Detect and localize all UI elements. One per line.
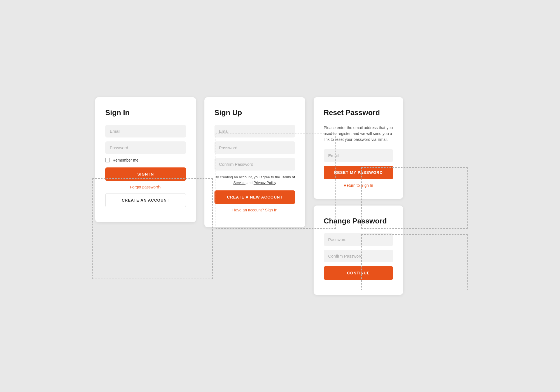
forgot-password-link[interactable]: Forgot password? (105, 185, 186, 189)
change-password-card: Change Password CONTINUE (314, 206, 403, 295)
signup-password-input[interactable] (214, 141, 295, 154)
have-account-text: Have an account? Sign In (214, 208, 295, 212)
reset-signin-link[interactable]: Sign In (361, 183, 373, 188)
terms-text: By creating an account, you agree to the… (214, 174, 295, 185)
signup-card: Sign Up By creating an account, you agre… (204, 97, 305, 227)
signin-panel: Sign In Remember me SIGN IN Forgot passw… (95, 97, 196, 222)
reset-password-button[interactable]: RESET MY PASSWORD (324, 166, 393, 179)
signup-email-input[interactable] (214, 125, 295, 137)
signin-title: Sign In (105, 108, 186, 117)
signup-panel: Sign Up By creating an account, you agre… (204, 97, 305, 227)
change-password-input[interactable] (324, 233, 393, 246)
signin-email-input[interactable] (105, 125, 186, 137)
reset-password-card: Reset Password Please enter the email ad… (314, 97, 403, 199)
remember-me-container: Remember me (105, 158, 186, 162)
continue-button[interactable]: CONTINUE (324, 266, 393, 280)
right-column: Reset Password Please enter the email ad… (314, 97, 403, 295)
reset-password-title: Reset Password (324, 108, 393, 117)
change-password-title: Change Password (324, 217, 393, 225)
remember-me-checkbox[interactable] (105, 158, 110, 162)
signin-button[interactable]: SIGN IN (105, 167, 186, 181)
signup-confirm-password-input[interactable] (214, 158, 295, 171)
reset-password-description: Please enter the email address that you … (324, 125, 393, 143)
return-to-signin-link[interactable]: Return to Sign In (324, 183, 393, 188)
change-confirm-password-input[interactable] (324, 250, 393, 262)
create-account-button[interactable]: CREATE AN ACCOUNT (105, 193, 186, 207)
signup-title: Sign Up (214, 108, 295, 117)
create-new-account-button[interactable]: CREATE A NEW ACCOUNT (214, 190, 295, 204)
signin-password-input[interactable] (105, 141, 186, 154)
remember-me-label[interactable]: Remember me (113, 158, 139, 162)
privacy-policy-link[interactable]: Privacy Policy (254, 181, 276, 185)
signup-signin-link[interactable]: Sign In (265, 208, 277, 212)
signin-card: Sign In Remember me SIGN IN Forgot passw… (95, 97, 196, 222)
reset-email-input[interactable] (324, 149, 393, 162)
